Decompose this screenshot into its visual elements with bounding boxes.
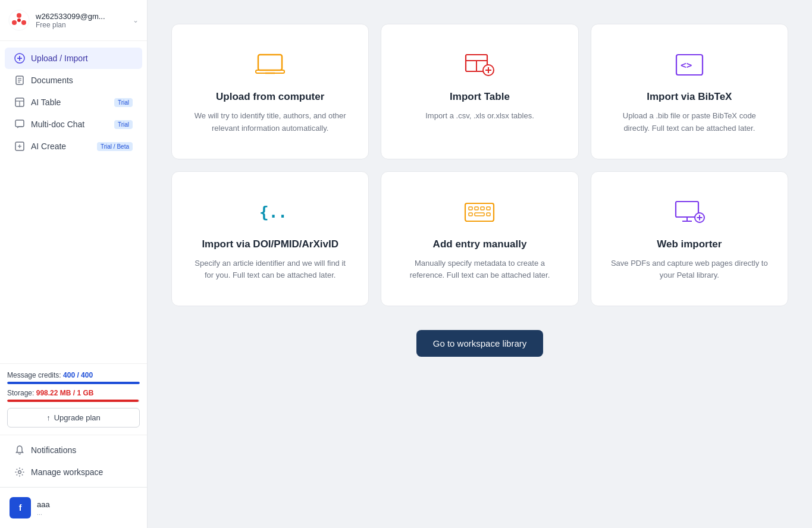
card-title: Import via DOI/PMID/ArXivID <box>202 238 338 250</box>
workspace-user-section[interactable]: f aaa ... <box>0 487 147 528</box>
sidebar-item-label: Manage workspace <box>31 467 103 477</box>
sidebar-item-label: AI Table <box>31 98 61 107</box>
sidebar-item-label: Documents <box>31 76 73 85</box>
logo-icon <box>8 10 30 31</box>
card-title: Upload from computer <box>216 91 324 103</box>
laptop-icon <box>253 48 287 81</box>
card-desc: Import a .csv, .xls or.xlsx tables. <box>425 110 534 122</box>
card-title: Web importer <box>657 238 722 250</box>
card-desc: Save PDFs and capture web pages directly… <box>609 257 770 282</box>
sidebar-item-label: Upload / Import <box>31 54 88 63</box>
sidebar-item-notifications[interactable]: Notifications <box>5 439 142 461</box>
card-add-entry-manually[interactable]: Add entry manually Manually specify meta… <box>381 171 578 307</box>
user-email: w262533099@gm... <box>36 12 127 21</box>
workspace-subtitle: ... <box>37 509 50 516</box>
storage-label: Storage: 998.22 MB / 1 GB <box>7 389 140 397</box>
chat-icon <box>14 119 25 130</box>
credits-section: Message credits: 400 / 400 <box>7 371 140 384</box>
upgrade-icon: ↑ <box>46 413 51 422</box>
svg-rect-33 <box>469 207 472 210</box>
card-import-table[interactable]: Import Table Import a .csv, .xls or.xlsx… <box>381 24 578 159</box>
monitor-plus-icon <box>673 196 706 229</box>
create-icon <box>14 141 25 152</box>
upgrade-plan-button[interactable]: ↑ Upgrade plan <box>7 408 140 428</box>
svg-rect-20 <box>258 55 282 70</box>
user-info: w262533099@gm... Free plan <box>36 12 127 29</box>
storage-progress-fill <box>7 400 139 402</box>
sidebar-footer: Notifications Manage workspace <box>0 435 147 487</box>
sidebar-item-multidoc-chat[interactable]: Multi-doc Chat Trial <box>5 114 142 135</box>
storage-value: 998.22 MB / 1 GB <box>36 389 94 397</box>
svg-rect-40 <box>676 202 698 217</box>
sidebar-header[interactable]: w262533099@gm... Free plan ⌄ <box>0 0 147 41</box>
go-to-workspace-library-button[interactable]: Go to workspace library <box>416 330 544 357</box>
chevron-down-icon[interactable]: ⌄ <box>133 16 139 24</box>
trial-badge: Trial <box>114 120 133 129</box>
credits-label: Message credits: 400 / 400 <box>7 371 140 379</box>
card-title: Import Table <box>450 91 510 103</box>
card-desc: Upload a .bib file or paste BibTeX code … <box>609 110 770 135</box>
card-title: Import via BibTeX <box>647 91 732 103</box>
svg-rect-36 <box>487 207 490 210</box>
credits-progress-fill <box>7 382 140 384</box>
svg-point-2 <box>12 20 17 25</box>
svg-rect-34 <box>475 207 478 210</box>
table-icon <box>14 97 25 108</box>
sidebar-item-manage-workspace[interactable]: Manage workspace <box>5 461 142 483</box>
table-plus-icon <box>463 48 496 81</box>
braces-icon: {...} <box>253 196 287 229</box>
document-icon <box>14 75 25 86</box>
gear-icon <box>14 467 25 477</box>
card-desc: Specify an article identifier and we wil… <box>190 257 350 282</box>
sidebar: w262533099@gm... Free plan ⌄ Upload / Im… <box>0 0 148 528</box>
card-desc: Manually specify metadata to create a re… <box>399 257 560 282</box>
main-content: Upload from computer We will try to iden… <box>148 0 812 528</box>
import-cards-grid: Upload from computer We will try to iden… <box>171 24 788 306</box>
sidebar-item-documents[interactable]: Documents <box>5 70 142 91</box>
storage-progress-bar <box>7 400 140 402</box>
upgrade-label: Upgrade plan <box>54 413 101 422</box>
sidebar-item-ai-table[interactable]: AI Table Trial <box>5 92 142 113</box>
plus-icon <box>14 53 25 64</box>
sidebar-item-label: Multi-doc Chat <box>31 120 84 129</box>
card-import-bibtex[interactable]: <> Import via BibTeX Upload a .bib file … <box>591 24 788 159</box>
sidebar-bottom: Message credits: 400 / 400 Storage: 998.… <box>0 363 147 435</box>
sidebar-item-label: Notifications <box>31 445 76 455</box>
card-import-doi[interactable]: {...} Import via DOI/PMID/ArXivID Specif… <box>171 171 369 307</box>
bell-icon <box>14 445 25 455</box>
card-title: Add entry manually <box>433 238 527 250</box>
card-web-importer[interactable]: Web importer Save PDFs and capture web p… <box>591 171 788 307</box>
trial-beta-badge: Trial / Beta <box>97 142 133 151</box>
svg-rect-15 <box>15 120 24 127</box>
svg-rect-38 <box>475 213 484 216</box>
sidebar-item-upload-import[interactable]: Upload / Import <box>5 48 142 69</box>
svg-text:<>: <> <box>681 59 692 71</box>
workspace-user: f aaa ... <box>10 497 137 518</box>
svg-rect-37 <box>469 213 472 216</box>
sidebar-item-ai-create[interactable]: AI Create Trial / Beta <box>5 136 142 157</box>
svg-point-4 <box>17 18 21 22</box>
svg-rect-39 <box>487 213 490 216</box>
avatar: f <box>10 497 31 518</box>
trial-badge: Trial <box>114 98 133 107</box>
svg-text:{...}: {...} <box>259 203 286 221</box>
keyboard-icon <box>463 196 496 229</box>
card-desc: We will try to identify title, authors, … <box>190 110 350 135</box>
svg-point-3 <box>21 20 26 25</box>
svg-point-19 <box>18 471 21 474</box>
workspace-name: aaa <box>37 500 50 509</box>
workspace-user-info: aaa ... <box>37 500 50 516</box>
credits-progress-bar <box>7 382 140 384</box>
code-icon: <> <box>673 48 706 81</box>
sidebar-nav: Upload / Import Documents <box>0 41 147 363</box>
user-plan: Free plan <box>36 21 127 29</box>
svg-rect-35 <box>481 207 484 210</box>
svg-point-1 <box>17 13 21 18</box>
credits-value: 400 / 400 <box>63 371 93 379</box>
svg-rect-32 <box>465 203 494 221</box>
card-upload-from-computer[interactable]: Upload from computer We will try to iden… <box>171 24 369 159</box>
sidebar-item-label: AI Create <box>31 142 66 151</box>
storage-section: Storage: 998.22 MB / 1 GB <box>7 389 140 402</box>
